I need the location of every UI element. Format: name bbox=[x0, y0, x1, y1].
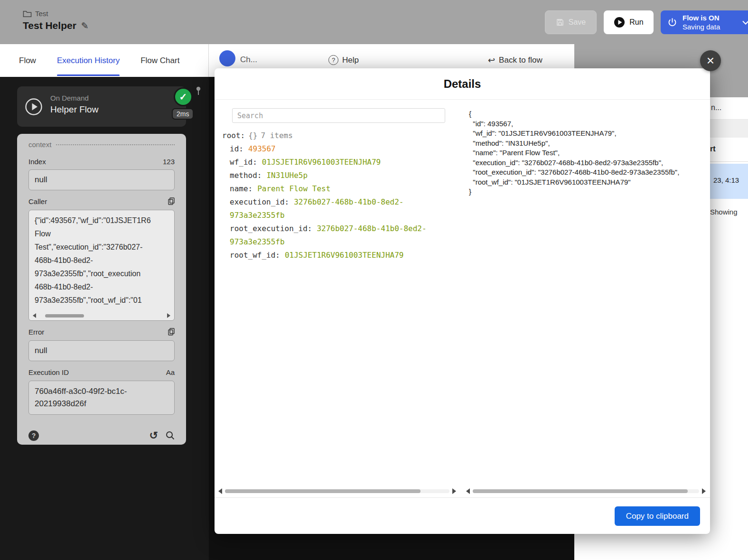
json-value: 493567 bbox=[248, 144, 276, 153]
history-icon[interactable]: ↺ bbox=[150, 430, 158, 441]
copy-to-clipboard-button[interactable]: Copy to clipboard bbox=[615, 506, 700, 526]
raw-json-line: "id": 493567, bbox=[469, 119, 710, 129]
json-tree-item[interactable]: wf_id:01JSJET1R6V961003TEENJHA79 bbox=[222, 156, 454, 169]
save-button-label: Save bbox=[569, 18, 586, 27]
raw-horizontal-scrollbar bbox=[466, 488, 706, 495]
execution-id-input[interactable]: 760a46ff-a3c0-49f2-bc1c-20219938d26f bbox=[28, 381, 175, 415]
root-key: root: bbox=[222, 131, 245, 140]
raw-json-pane[interactable]: { "id": 493567, "wf_id": "01JSJET1R6V961… bbox=[463, 100, 710, 497]
scrollbar-thumb[interactable] bbox=[45, 314, 84, 317]
root-item-count: 7 items bbox=[261, 131, 292, 140]
caller-line: 468b-41b0-8ed2- bbox=[35, 280, 168, 294]
raw-json-line: "wf_id": "01JSJET1R6V961003TEENJHA79", bbox=[469, 129, 710, 139]
scroll-right-arrow[interactable] bbox=[167, 313, 170, 318]
execution-id-label: Execution ID bbox=[28, 368, 69, 376]
scroll-left-arrow[interactable] bbox=[218, 488, 222, 494]
tab-flow[interactable]: Flow bbox=[19, 44, 36, 77]
caller-line: 468b-41b0-8ed2- bbox=[35, 254, 168, 267]
dotted-divider bbox=[56, 144, 175, 145]
json-tree-item[interactable]: id:493567 bbox=[222, 142, 454, 156]
duration-badge: 2ms bbox=[172, 108, 194, 120]
tab-flow-chart[interactable]: Flow Chart bbox=[140, 44, 179, 77]
raw-json-line: "execution_id": "3276b027-468b-41b0-8ed2… bbox=[469, 158, 710, 168]
json-tree-item[interactable]: execution_id:3276b027-468b-41b0-8ed2-973… bbox=[222, 196, 454, 222]
scroll-right-arrow[interactable] bbox=[452, 488, 456, 494]
caller-input[interactable]: {"id":493567,"wf_id":"01JSJET1R6 Flow Te… bbox=[28, 210, 175, 321]
json-key: method: bbox=[230, 171, 262, 180]
json-value: Parent Flow Test bbox=[257, 184, 330, 193]
context-section-header: context bbox=[28, 134, 175, 149]
run-button[interactable]: Run bbox=[604, 10, 654, 34]
pin-icon[interactable] bbox=[195, 86, 202, 98]
json-tree-item[interactable]: root_execution_id:3276b027-468b-41b0-8ed… bbox=[222, 222, 454, 249]
json-value: IN31UHe5p bbox=[266, 171, 308, 180]
back-to-flow-link[interactable]: ↩ Back to flow bbox=[488, 55, 542, 65]
copy-icon[interactable] bbox=[168, 197, 175, 205]
question-icon[interactable]: ? bbox=[28, 430, 39, 441]
page-title: Test Helper bbox=[23, 20, 76, 31]
json-tree-root[interactable]: root:{}7 items bbox=[222, 129, 454, 142]
help-label: Help bbox=[342, 56, 359, 65]
raw-json-line: { bbox=[469, 109, 710, 119]
back-arrow-icon: ↩ bbox=[488, 55, 495, 65]
scrollbar-track[interactable] bbox=[38, 314, 165, 317]
flow-app-avatar[interactable] bbox=[219, 50, 235, 66]
node-title: Helper Flow bbox=[50, 104, 98, 115]
json-key: name: bbox=[230, 184, 252, 193]
chevron-down-icon[interactable] bbox=[742, 20, 748, 25]
modal-title: Details bbox=[215, 68, 710, 100]
tab-execution-history[interactable]: Execution History bbox=[57, 44, 120, 77]
json-key: root_wf_id: bbox=[230, 251, 280, 260]
scroll-left-arrow[interactable] bbox=[33, 313, 36, 318]
success-check-badge: ✓ bbox=[174, 87, 193, 106]
number-type-hint[interactable]: 123 bbox=[163, 158, 175, 166]
scrollbar-track[interactable] bbox=[473, 489, 699, 493]
search-icon[interactable] bbox=[166, 431, 175, 440]
caller-line: 973a3e2355fb","root_execution bbox=[35, 267, 168, 280]
top-header: Test Test Helper ✎ Save Run Flow is ON S… bbox=[0, 0, 748, 44]
save-icon bbox=[556, 18, 564, 27]
json-tree-item[interactable]: name:Parent Flow Test bbox=[222, 182, 454, 196]
execution-id-field-header: Execution ID Aa bbox=[28, 368, 175, 376]
project-label: Test bbox=[35, 9, 48, 18]
context-panel: context Index 123 null Caller {"id":4935… bbox=[17, 134, 186, 445]
json-key: execution_id: bbox=[230, 197, 289, 206]
flow-status-secondary: Saving data bbox=[683, 22, 720, 31]
text-type-hint[interactable]: Aa bbox=[166, 368, 175, 376]
json-tree-item[interactable]: method:IN31UHe5p bbox=[222, 169, 454, 182]
caller-line: Flow bbox=[35, 227, 168, 241]
scrollbar-thumb[interactable] bbox=[225, 489, 421, 493]
breadcrumb: Test bbox=[23, 9, 48, 18]
save-button[interactable]: Save bbox=[545, 10, 597, 34]
flow-node-card[interactable]: On Demand Helper Flow bbox=[17, 86, 186, 127]
edit-icon[interactable]: ✎ bbox=[81, 20, 89, 31]
search-input[interactable] bbox=[232, 108, 445, 123]
root-braces: {} bbox=[248, 131, 257, 140]
json-key: id: bbox=[230, 144, 243, 153]
scrollbar-thumb[interactable] bbox=[473, 489, 688, 493]
json-key: root_execution_id: bbox=[230, 224, 312, 233]
flow-status-toggle[interactable]: Flow is ON Saving data bbox=[661, 10, 748, 34]
step-name-fragment: Ch... bbox=[240, 55, 257, 65]
scrollbar-track[interactable] bbox=[225, 489, 449, 493]
scroll-left-arrow[interactable] bbox=[466, 488, 470, 494]
close-icon[interactable]: × bbox=[700, 50, 721, 71]
showing-count-fragment: Showing bbox=[710, 208, 738, 216]
scroll-right-arrow[interactable] bbox=[702, 488, 706, 494]
caller-field-header: Caller bbox=[28, 197, 175, 205]
modal-body: root:{}7 items id:493567 wf_id:01JSJET1R… bbox=[215, 100, 710, 497]
json-tree-item[interactable]: root_wf_id:01JSJET1R6V961003TEENJHA79 bbox=[222, 249, 454, 262]
help-button[interactable]: ? Help bbox=[328, 55, 359, 65]
copy-icon[interactable] bbox=[168, 328, 175, 336]
caller-label: Caller bbox=[28, 197, 47, 205]
execution-sidebar: On Demand Helper Flow ✓ 2ms context Inde… bbox=[0, 77, 209, 560]
index-input[interactable]: null bbox=[28, 169, 175, 190]
flow-status-labels: Flow is ON Saving data bbox=[683, 13, 720, 31]
context-toolbar: ? ↺ bbox=[28, 427, 175, 444]
json-value: 01JSJET1R6V961003TEENJHA79 bbox=[285, 251, 403, 260]
app-root: Test Test Helper ✎ Save Run Flow is ON S… bbox=[0, 0, 748, 560]
clipped-column-header: rt bbox=[710, 145, 716, 153]
flow-status-primary: Flow is ON bbox=[683, 13, 720, 22]
error-input[interactable]: null bbox=[28, 340, 175, 361]
tab-bar: Flow Execution History Flow Chart bbox=[0, 44, 209, 77]
